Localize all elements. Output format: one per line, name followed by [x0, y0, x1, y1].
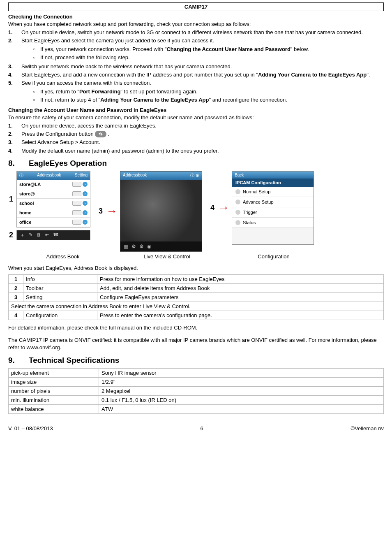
list-text: Press the Configuration button . — [21, 130, 384, 138]
screenshot-liveview: Addressbook ⓘ ⚙ ▦ ⚙ ⚙ ◉ — [120, 171, 202, 252]
screenshot-captions: Address Book Live View & Control Configu… — [8, 253, 384, 260]
table-row: image size1/2.9" — [9, 377, 384, 386]
sub-item: If yes, your network connection works. P… — [33, 46, 384, 53]
spec-table: pick-up elementSony HR image sensor imag… — [8, 368, 384, 414]
footer-page-number: 6 — [201, 425, 203, 432]
section8-para: When you start EagleEyes, Address Book i… — [8, 265, 384, 272]
list-marker: 1. — [8, 29, 21, 36]
list-marker: 3. — [8, 63, 21, 70]
table-row: min. illumination0.1 lux / F1.5, 0 lux (… — [9, 395, 384, 404]
grid-icon: ▦ — [124, 244, 128, 249]
ab-row-label: office — [19, 220, 31, 225]
list-text: Start EagleEyes and select the camera yo… — [21, 37, 384, 62]
screenshot-config: Back IPCAM Configuration Normal Setup Ad… — [232, 171, 314, 245]
table-row: white balanceATW — [9, 404, 384, 413]
info-icon: ⓘ — [19, 173, 23, 179]
list-marker: 4. — [8, 71, 21, 79]
config-item: Status — [243, 220, 256, 225]
header-title: CAMIP17 — [184, 4, 208, 10]
list-marker: 4. — [8, 147, 21, 155]
ab-row-label: home — [19, 210, 31, 215]
section-9-heading: 9.Technical Specifications — [8, 356, 384, 365]
back-button: Back — [235, 173, 244, 177]
sub-item: If not, proceed with the following step. — [33, 54, 384, 61]
label-1: 1 — [8, 195, 14, 204]
table-row: 2 Toolbar Add, edit, and delete items fr… — [9, 284, 384, 293]
list-marker: 5. — [8, 79, 21, 104]
caption-liveview: Live View & Control — [126, 253, 208, 260]
arrow-icon: → — [218, 201, 229, 214]
plus-icon: ＋ — [20, 232, 25, 238]
section-checking-list: 1. On your mobile device, switch your ne… — [8, 29, 384, 104]
section-checking-intro: When you have completed network setup an… — [8, 21, 384, 28]
footer-copyright: ©Velleman nv — [351, 425, 384, 432]
config-header: IPCAM Configuration — [232, 179, 314, 187]
label-4: 4 — [210, 204, 215, 212]
list-text: Modify the default user name (admin) and… — [21, 147, 384, 155]
trash-icon: 🗑 — [37, 232, 41, 238]
footer-version: V. 01 – 08/08/2013 — [8, 425, 53, 432]
list-text: On your mobile device, access the camera… — [21, 122, 384, 130]
caption-addressbook: Address Book — [19, 253, 107, 260]
section-changing-intro: To ensure the safety of your camera conn… — [8, 114, 384, 121]
section-changing-title: Changing the Account User Name and Passw… — [8, 107, 384, 113]
list-marker: 1. — [8, 122, 21, 130]
camera-icon: ◉ — [147, 244, 151, 249]
titlebar-title: Addressbook — [123, 173, 147, 179]
section8-after2: The CAMIP17 IP camera is ONVIF certified… — [8, 337, 384, 351]
screenshots-row: 1 ⓘ Addressbook Setting store@LA› store@… — [8, 171, 384, 252]
list-marker: 2. — [8, 37, 21, 62]
gear-icon: ⚙ — [139, 244, 144, 249]
config-item: Advance Setup — [243, 200, 274, 204]
table-row: pick-up elementSony HR image sensor — [9, 368, 384, 377]
list-text: Start EagleEyes, and add a new connectio… — [21, 71, 384, 79]
device-icon: ☎ — [53, 232, 59, 238]
import-icon: ⇤ — [45, 232, 49, 238]
section-changing-list: 1. On your mobile device, access the cam… — [8, 122, 384, 155]
label-3: 3 — [98, 207, 104, 216]
section8-after1: For detailed information, please check t… — [8, 324, 384, 332]
label-2: 2 — [8, 231, 14, 239]
screenshot-addressbook: ⓘ Addressbook Setting store@LA› store@› … — [16, 171, 90, 227]
main-content: Checking the Connection When you have co… — [0, 14, 392, 421]
page-footer: V. 01 – 08/08/2013 6 ©Velleman nv — [8, 424, 384, 432]
ab-row-label: store@ — [19, 191, 35, 196]
sub-item: If not, return to step 4 of "Adding Your… — [33, 96, 384, 104]
config-item: Trigger — [243, 210, 257, 215]
setting-button: Setting — [75, 173, 88, 179]
screenshot-toolbar: ＋ ✎ 🗑 ⇤ ☎ — [16, 230, 90, 240]
config-item: Normal Setup — [243, 189, 270, 194]
caption-config: Configuration — [233, 253, 315, 260]
arrow-icon: → — [106, 205, 118, 218]
section-8-heading: 8.EagleEyes Operation — [8, 159, 384, 168]
ab-row-label: store@LA — [19, 182, 41, 187]
table-row: 4 Configuration Press to enter the camer… — [9, 311, 384, 320]
titlebar-icons: ⓘ ⚙ — [190, 173, 199, 179]
table-row: Select the camera connection in Address … — [9, 302, 384, 311]
table-row: number of pixels2 Megapixel — [9, 386, 384, 395]
titlebar-title: Addressbook — [37, 173, 61, 179]
list-marker: 3. — [8, 139, 21, 146]
list-text: On your mobile device, switch your netwo… — [21, 29, 384, 36]
section-checking-title: Checking the Connection — [8, 14, 384, 20]
list-text: Switch your network mode back to the wir… — [21, 63, 384, 70]
sub-item: If yes, return to "Port Forwarding" to s… — [33, 88, 384, 95]
list-marker: 2. — [8, 130, 21, 138]
gear-icon — [95, 131, 106, 137]
gear-icon: ⚙ — [131, 244, 136, 249]
list-text: Select Advance Setup > Account. — [21, 139, 384, 146]
edit-icon: ✎ — [29, 232, 32, 238]
page-header: CAMIP17 — [8, 2, 384, 11]
ab-row-label: school — [19, 201, 34, 206]
table-row: 1 Info Press for more information on how… — [9, 275, 384, 284]
section8-table: 1 Info Press for more information on how… — [8, 274, 384, 320]
list-text: See if you can access the camera with th… — [21, 79, 384, 104]
table-row: 3 Setting Configure EagleEyes parameters — [9, 293, 384, 302]
